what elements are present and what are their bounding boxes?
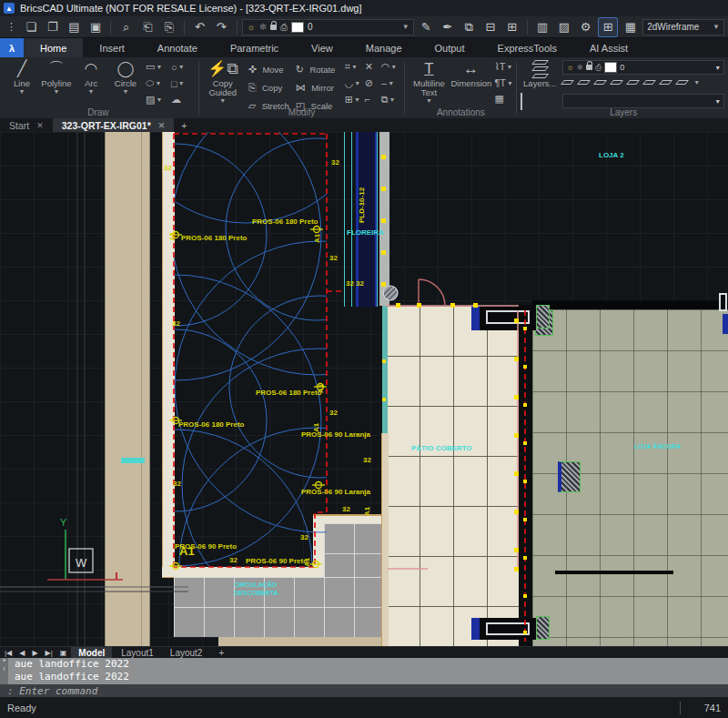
layer-color-swatch[interactable]	[604, 62, 617, 73]
layer-plot-icon[interactable]: ⎙	[595, 63, 602, 73]
region-icon[interactable]: □	[171, 78, 177, 89]
last-tab-icon[interactable]: ▶|	[43, 649, 56, 657]
first-tab-icon[interactable]: |◀	[2, 649, 15, 657]
pick-style-icon[interactable]: ✒	[438, 18, 457, 36]
save-as-icon[interactable]: ▣	[86, 18, 106, 36]
layout-list-icon[interactable]: ▣	[57, 649, 70, 657]
layer-isolate-icon[interactable]	[561, 80, 574, 85]
arc-button[interactable]: ◠ Arc▼	[75, 59, 107, 95]
copy-guided-button[interactable]: ⚡⧉ Copy Guided▼	[203, 59, 243, 104]
undo-icon[interactable]: ↶	[190, 18, 209, 36]
lengthen-icon[interactable]: −	[381, 78, 387, 89]
background-image-icon[interactable]: ▦	[621, 18, 640, 36]
layer-freeze-icon[interactable]: ❄	[259, 22, 267, 32]
tab-insert[interactable]: Insert	[83, 38, 141, 57]
layer-state-combo[interactable]: ▼	[562, 94, 724, 108]
export-sheet-icon[interactable]: ⎘	[160, 18, 179, 36]
table-icon[interactable]: ▦	[494, 93, 513, 105]
leader-icon[interactable]: ⌇T	[494, 61, 505, 73]
isolate-objects-icon[interactable]: ⧉	[460, 18, 479, 36]
tab-home[interactable]: Home	[24, 38, 83, 57]
chevron-down-icon[interactable]: ▼	[713, 23, 720, 31]
polyline-button[interactable]: ⌒ Polyline▼	[40, 59, 73, 95]
tab-output[interactable]: Output	[419, 38, 481, 57]
drawing-canvas[interactable]: Y W PROS-06 180 PretoPROS-06 180 PretoPR…	[0, 132, 728, 646]
add-layout-button[interactable]: +	[211, 648, 231, 658]
chevron-down-icon[interactable]: ▼	[714, 98, 721, 105]
layer-lock-icon[interactable]	[586, 65, 592, 70]
settings-gear-icon[interactable]: ⚙	[576, 18, 595, 36]
rectangle-icon[interactable]: ▭	[146, 61, 155, 73]
layer-on-all-icon[interactable]	[610, 80, 623, 85]
tab-parametric[interactable]: Parametric	[214, 38, 295, 57]
application-button[interactable]: λ	[0, 38, 24, 57]
redo-icon[interactable]: ↷	[212, 18, 231, 36]
tab-model[interactable]: Model	[71, 647, 112, 659]
explode-icon[interactable]: ⧉	[381, 94, 389, 106]
hatch-toggle-icon[interactable]: ▨	[555, 18, 574, 36]
trim-icon[interactable]: ⌗	[345, 61, 350, 73]
circle-button[interactable]: ◯ Circle▼	[109, 59, 142, 95]
mirror-button[interactable]: ⋈ Mirror	[296, 79, 336, 96]
command-input[interactable]: : Enter command	[0, 684, 728, 697]
chevron-down-icon[interactable]: ▼	[402, 23, 410, 31]
next-tab-icon[interactable]: ▶	[29, 649, 40, 657]
close-icon[interactable]: ✕	[158, 121, 166, 130]
chamfer-icon[interactable]: ◡	[345, 77, 354, 89]
new-file-icon[interactable]: ❏	[22, 18, 41, 36]
dimension-button[interactable]: ↔ Dimension	[450, 59, 490, 88]
layers-explorer-button[interactable]: Layers...	[521, 59, 559, 88]
layer-lock-icon[interactable]	[270, 25, 277, 30]
layer-quick-combo[interactable]: ☼ ❄ ⎙ 0 ▼	[242, 19, 413, 35]
array-icon[interactable]: ⊞	[345, 94, 353, 106]
chevron-down-icon[interactable]: ▼	[714, 65, 721, 71]
revision-cloud-icon[interactable]: ☁	[171, 94, 181, 106]
match-properties-icon[interactable]: ✎	[417, 18, 436, 36]
doc-tab-start[interactable]: Start✕	[0, 118, 53, 132]
tab-ai-assist[interactable]: AI Assist	[573, 38, 644, 57]
tab-manage[interactable]: Manage	[349, 38, 419, 57]
layer-on-icon[interactable]: ☼	[247, 22, 255, 32]
grid-toggle-icon[interactable]: ⊞	[598, 17, 619, 37]
visual-style-combo[interactable]: 2dWireframe ▼	[642, 19, 724, 35]
move-button[interactable]: ✜ Move	[248, 61, 289, 77]
save-icon[interactable]: ▤	[65, 18, 84, 36]
copy-button[interactable]: ⎘ Copy	[248, 79, 289, 96]
ellipse-icon[interactable]: ⬭	[146, 77, 154, 89]
erase-icon[interactable]: ✕	[365, 61, 381, 73]
point-icon[interactable]: ○	[171, 62, 177, 73]
new-tab-button[interactable]: +	[174, 118, 194, 132]
layer-unlock-icon[interactable]	[675, 80, 689, 85]
text-style-icon[interactable]: ¶T	[494, 77, 506, 88]
layer-unisolate-icon[interactable]	[577, 80, 591, 85]
layer-unisolate-icon[interactable]: ⊞	[502, 18, 521, 36]
offset-icon[interactable]: ⊘	[365, 77, 381, 89]
layer-color-swatch[interactable]	[291, 22, 304, 33]
preview-icon[interactable]: ⌕	[116, 18, 136, 36]
tab-annotate[interactable]: Annotate	[141, 38, 214, 57]
import-sheet-icon[interactable]: ⎗	[138, 18, 157, 36]
layer-freeze-icon[interactable]: ❄	[577, 63, 584, 72]
prev-tab-icon[interactable]: ◀	[16, 649, 27, 657]
layer-lock-tool-icon[interactable]	[659, 80, 672, 85]
layer-on-icon[interactable]: ☼	[566, 63, 573, 72]
fillet-icon[interactable]: ◠	[381, 61, 390, 73]
toolbar-grip-icon[interactable]: ⋮	[4, 18, 19, 36]
tab-layout1[interactable]: Layout1	[114, 647, 161, 659]
tab-layout2[interactable]: Layout2	[163, 647, 210, 659]
layer-freeze-tool-icon[interactable]	[626, 80, 640, 85]
polyline-edit-icon[interactable]: ⌐	[365, 94, 381, 106]
tab-expresstools[interactable]: ExpressTools	[481, 38, 573, 57]
close-icon[interactable]: ✕	[36, 121, 44, 130]
panels-icon[interactable]: ▥	[533, 18, 552, 36]
layer-thaw-icon[interactable]	[642, 80, 656, 85]
chevron-down-icon[interactable]: ▼	[693, 79, 700, 86]
hatch-icon[interactable]: ▨	[146, 94, 155, 106]
layer-isolate-icon[interactable]: ⊟	[481, 18, 500, 36]
doc-tab-drawing[interactable]: 323-QRT-EX-IRG01*✕	[53, 118, 175, 132]
layer-plot-icon[interactable]: ⎙	[280, 22, 288, 33]
rotate-button[interactable]: ↻ Rotate	[296, 61, 336, 77]
tab-view[interactable]: View	[295, 38, 349, 57]
multiline-text-button[interactable]: T Multiline Text▼	[409, 59, 449, 104]
command-history[interactable]: *⁞ aue landoffice 2022 aue landoffice 20…	[0, 658, 728, 684]
